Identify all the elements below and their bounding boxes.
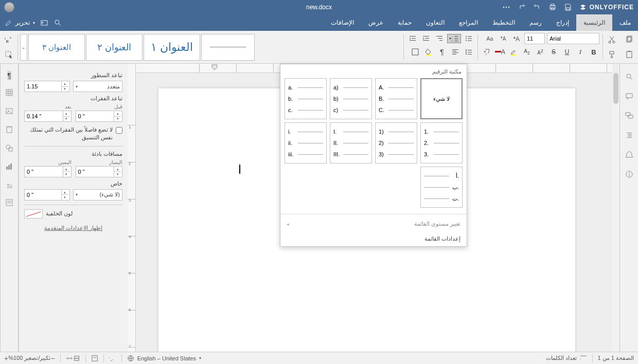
comments-icon[interactable] bbox=[624, 90, 635, 102]
font-size-combo[interactable]: 11 bbox=[524, 33, 545, 44]
textart-settings-icon[interactable]: Ta bbox=[6, 181, 12, 190]
numbering-none[interactable]: لا شيء bbox=[420, 78, 463, 119]
doc-language[interactable]: English – United States ▾ bbox=[127, 355, 201, 362]
paste-button[interactable] bbox=[624, 49, 635, 60]
indent-right[interactable]: ▴▾ bbox=[24, 166, 72, 177]
numbering-alpha-paren[interactable]: a) b) c) bbox=[330, 78, 372, 119]
numbering-numeric[interactable]: 1. 2. 3. bbox=[420, 122, 463, 163]
editing-mode[interactable]: تحرير ▾ bbox=[5, 19, 35, 26]
form-settings-icon[interactable] bbox=[5, 198, 13, 209]
spacing-after[interactable]: ▴▾ bbox=[24, 111, 72, 122]
shading-button[interactable] bbox=[423, 46, 434, 58]
line-spacing-button[interactable] bbox=[463, 46, 474, 58]
zoom-in-button[interactable]: + bbox=[4, 354, 8, 362]
redo-icon[interactable] bbox=[518, 3, 526, 11]
spellcheck-toggle[interactable]: Ab bbox=[109, 355, 116, 362]
indent-marker[interactable] bbox=[211, 64, 218, 73]
style-heading1[interactable]: العنوان ١ bbox=[144, 34, 200, 61]
style-gallery-expand[interactable]: ⌄ bbox=[20, 34, 27, 61]
style-heading3[interactable]: العنوان ٣ bbox=[28, 34, 85, 61]
clear-format-button[interactable] bbox=[481, 46, 492, 58]
print-icon[interactable] bbox=[548, 3, 557, 11]
image-settings-icon[interactable] bbox=[5, 107, 13, 117]
decrease-indent-button[interactable] bbox=[420, 33, 432, 44]
zoom-out-button[interactable]: − bbox=[50, 354, 55, 362]
tab-home[interactable]: الرئيسية bbox=[576, 14, 612, 31]
select-all-button[interactable] bbox=[3, 49, 14, 60]
tab-insert[interactable]: إدراج bbox=[549, 14, 576, 31]
font-color-button[interactable]: A bbox=[494, 46, 506, 58]
replace-button[interactable]: AB bbox=[3, 34, 14, 45]
align-button[interactable] bbox=[450, 46, 461, 58]
header-footer-icon[interactable] bbox=[5, 125, 13, 136]
style-heading2[interactable]: العنوان ٢ bbox=[86, 34, 143, 61]
save-icon[interactable] bbox=[564, 3, 572, 11]
copy-button[interactable] bbox=[624, 34, 635, 45]
numbering-roman-upper[interactable]: I. II. III. bbox=[330, 122, 372, 163]
tab-collaboration[interactable]: التعاون bbox=[419, 14, 452, 31]
feedback-icon[interactable] bbox=[624, 149, 635, 160]
line-spacing-mode[interactable]: متعدد▾ bbox=[73, 81, 123, 92]
special-mode[interactable]: (لا شيء)▾ bbox=[73, 189, 123, 201]
change-case-button[interactable]: Aa bbox=[484, 33, 495, 44]
chart-settings-icon[interactable] bbox=[5, 162, 13, 173]
tab-file[interactable]: ملف bbox=[612, 14, 638, 31]
font-decrease-button[interactable]: A▾ bbox=[498, 33, 509, 44]
bullets-button[interactable] bbox=[463, 33, 474, 44]
underline-button[interactable]: U bbox=[561, 46, 573, 58]
tab-protection[interactable]: حماية bbox=[391, 14, 419, 31]
advanced-settings-link[interactable]: إظهار الإعدادات المتقدمة bbox=[24, 225, 122, 231]
bgcolor-swatch[interactable] bbox=[24, 209, 43, 219]
headings-icon[interactable] bbox=[624, 130, 635, 141]
more-icon[interactable] bbox=[502, 3, 510, 11]
highlight-button[interactable] bbox=[508, 46, 519, 58]
shape-settings-icon[interactable] bbox=[5, 144, 13, 154]
numbering-alpha-lower[interactable]: a. b. c. bbox=[285, 78, 327, 119]
numbering-roman-lower[interactable]: i. ii. iii. bbox=[285, 122, 327, 163]
italic-button[interactable]: I bbox=[575, 46, 586, 58]
line-spacing-value[interactable]: ▴▾ bbox=[24, 81, 70, 92]
bold-button[interactable]: B bbox=[588, 46, 599, 58]
numbering-alpha-upper[interactable]: A. B. C. bbox=[375, 78, 417, 119]
tab-references[interactable]: المراجع bbox=[452, 14, 485, 31]
numbering-arabic-letters[interactable]: .أ .ب .ت bbox=[420, 167, 463, 208]
indent-left[interactable]: ▴▾ bbox=[76, 166, 123, 177]
user-avatar[interactable] bbox=[4, 2, 14, 12]
special-value[interactable]: ▴▾ bbox=[24, 189, 70, 201]
subscript-button[interactable]: A2 bbox=[521, 46, 533, 58]
table-settings-icon[interactable] bbox=[5, 88, 13, 99]
superscript-button[interactable]: A2 bbox=[535, 46, 546, 58]
tab-plugins[interactable]: الإضافات bbox=[324, 14, 361, 31]
tab-draw[interactable]: رسم bbox=[522, 14, 549, 31]
font-name-combo[interactable]: Arial bbox=[547, 33, 599, 44]
cut-button[interactable] bbox=[606, 34, 617, 45]
paragraph-settings-icon[interactable]: ¶ bbox=[7, 71, 11, 80]
about-icon[interactable] bbox=[624, 169, 635, 180]
spacing-before[interactable]: ▴▾ bbox=[76, 111, 123, 122]
change-list-level[interactable]: تغيير مستوى القائمة◂ bbox=[280, 216, 467, 231]
numbering-numeric-paren[interactable]: 1) 2) 3) bbox=[375, 122, 417, 163]
open-location-icon[interactable] bbox=[40, 19, 48, 27]
fit-width-button[interactable] bbox=[73, 355, 80, 362]
page-info[interactable]: الصفحة 1 من 1 bbox=[598, 355, 634, 361]
track-changes-toggle[interactable] bbox=[91, 355, 98, 362]
vertical-scrollbar[interactable] bbox=[612, 73, 619, 352]
tab-layout[interactable]: التخطيط bbox=[485, 14, 522, 31]
multilevel-button[interactable] bbox=[434, 33, 445, 44]
list-settings[interactable]: إعدادات القائمة bbox=[280, 231, 467, 246]
nonprinting-button[interactable]: ¶ bbox=[436, 46, 448, 58]
numbering-button[interactable]: 123▾ bbox=[447, 34, 461, 43]
tab-view[interactable]: عرض bbox=[361, 14, 391, 31]
font-increase-button[interactable]: A▴ bbox=[511, 33, 522, 44]
increase-indent-button[interactable] bbox=[407, 33, 418, 44]
format-painter-button[interactable] bbox=[606, 49, 617, 60]
strikethrough-button[interactable]: S bbox=[548, 46, 559, 58]
vertical-ruler[interactable]: 1 2 3 4 5 6 7 bbox=[128, 64, 136, 352]
fit-page-button[interactable] bbox=[66, 355, 73, 362]
borders-button[interactable] bbox=[410, 46, 421, 58]
chat-icon[interactable] bbox=[624, 110, 635, 121]
no-space-same-style[interactable]: لا تضع فاصلاً بين الفقرات التي تمتلك نفس… bbox=[24, 126, 122, 142]
search-icon[interactable] bbox=[54, 19, 62, 27]
style-normal[interactable] bbox=[201, 34, 255, 61]
word-count[interactable]: 123 تعداد الكلمات bbox=[546, 355, 587, 362]
